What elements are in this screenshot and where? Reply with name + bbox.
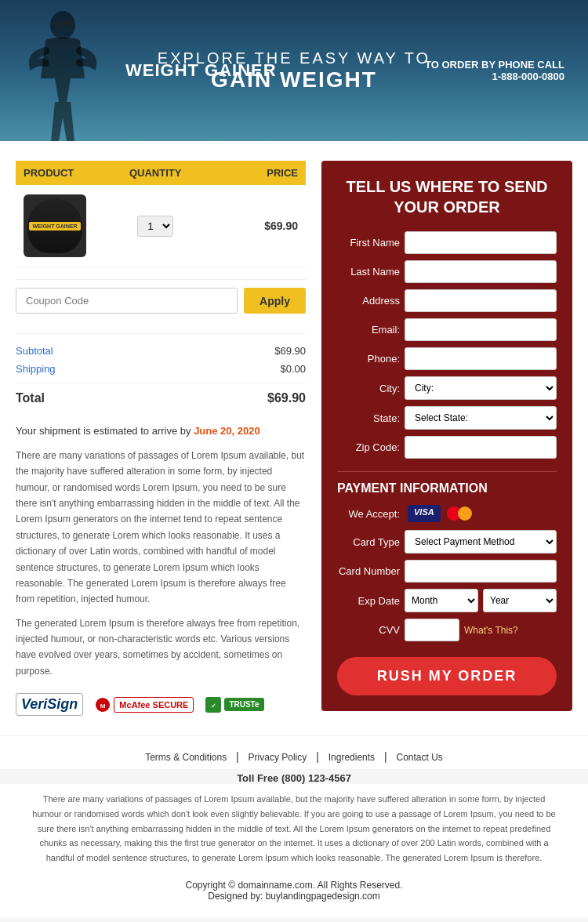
cvv-group: CVV What's This? (337, 619, 557, 641)
state-select[interactable]: Select State: (405, 406, 557, 430)
total-value: $69.90 (267, 391, 306, 405)
first-name-label: First Name (337, 237, 400, 249)
card-type-select[interactable]: Select Payment Method Visa MasterCard (405, 530, 557, 554)
address-input[interactable] (405, 289, 557, 312)
total-label: Total (16, 391, 45, 405)
card-type-label: Card Type (337, 536, 400, 548)
footer-terms[interactable]: Terms & Conditions (145, 752, 227, 763)
email-label: Email: (337, 324, 400, 336)
mcafee-badge: M McAfee SECURE (95, 697, 194, 713)
phone-group: Phone: (337, 347, 557, 370)
svg-point-0 (50, 11, 75, 39)
zip-group: Zip Code: (337, 436, 557, 459)
footer-ingredients[interactable]: Ingredients (328, 752, 375, 763)
mastercard-icon (445, 505, 474, 522)
price-cell: $69.90 (216, 185, 306, 267)
order-table: PRODUCT QUANTITY PRICE Weight Gainer (16, 161, 306, 267)
card-number-group: Card Number (337, 560, 557, 583)
body-text-1: There are many variations of passages of… (16, 448, 306, 608)
two-col-layout: PRODUCT QUANTITY PRICE Weight Gainer (16, 161, 572, 716)
total-row: Total $69.90 (16, 383, 306, 409)
shipping-label: Shipping (16, 363, 56, 375)
form-heading: TELL US WHERE TO SEND YOUR ORDER (337, 176, 557, 217)
toll-number: (800) 123-4567 (281, 772, 351, 784)
whats-this-link[interactable]: What's This? (464, 625, 518, 636)
cvv-input[interactable] (405, 619, 459, 641)
email-input[interactable] (405, 318, 557, 341)
state-group: State: Select State: (337, 406, 557, 430)
cvv-label: CVV (337, 624, 400, 636)
subtotal-value: $69.90 (274, 345, 306, 357)
mcafee-icon: M (95, 697, 111, 713)
footer-body: There are many variations of passages of… (0, 784, 588, 873)
order-form: TELL US WHERE TO SEND YOUR ORDER First N… (321, 161, 572, 711)
accept-row: We Accept: VISA (337, 505, 557, 522)
product-label: Weight Gainer (29, 222, 80, 230)
payment-section: PAYMENT INFORMATION We Accept: VISA Card… (337, 471, 557, 695)
rush-order-button[interactable]: RUSH MY ORDER (337, 657, 557, 695)
verisign-label: VeriSign (16, 693, 83, 716)
state-label: State: (337, 412, 400, 424)
last-name-group: Last Name (337, 260, 557, 283)
apply-button[interactable]: Apply (244, 288, 306, 314)
svg-text:✓: ✓ (211, 702, 216, 710)
shipping-row: Shipping $0.00 (16, 360, 306, 378)
shipment-info: Your shipment is estimated to arrive by … (16, 423, 306, 440)
card-type-group: Card Type Select Payment Method Visa Mas… (337, 530, 557, 554)
verisign-badge: VeriSign (16, 693, 83, 716)
designed-by: Designed by: buylandingpagedesign.com (16, 891, 572, 902)
main-content: PRODUCT QUANTITY PRICE Weight Gainer (0, 141, 588, 735)
address-label: Address (337, 295, 400, 307)
card-number-input[interactable] (405, 560, 557, 583)
exp-date-group: Exp Date Month 01020304 05060708 0910111… (337, 589, 557, 612)
first-name-input[interactable] (405, 231, 557, 254)
footer-contact[interactable]: Contact Us (397, 752, 443, 763)
zip-input[interactable] (405, 436, 557, 459)
accept-label: We Accept: (337, 508, 400, 520)
phone-input[interactable] (405, 347, 557, 370)
mcafee-label: McAfee SECURE (114, 697, 194, 713)
phone-label: Phone: (337, 353, 400, 365)
hero-figure (16, 8, 110, 141)
quantity-select[interactable]: 1 2 3 (137, 216, 173, 237)
exp-date-label: Exp Date (337, 595, 400, 607)
phone-number: 1-888-000-0800 (492, 71, 564, 82)
subtotal-row: Subtotal $69.90 (16, 342, 306, 360)
exp-selects: Month 01020304 05060708 09101112 Year 20… (405, 589, 557, 612)
hero-line2: GAIN WEIGHT (158, 67, 430, 93)
hero-text: EXPLORE THE EASY WAY TO GAIN WEIGHT (158, 49, 430, 93)
month-select[interactable]: Month 01020304 05060708 09101112 (405, 589, 478, 612)
subtotal-label: Subtotal (16, 345, 53, 357)
svg-text:M: M (100, 702, 106, 710)
left-column: PRODUCT QUANTITY PRICE Weight Gainer (16, 161, 306, 716)
city-select[interactable]: City: (405, 376, 557, 400)
copyright-text: Copyright © domainname.com. All Rights R… (16, 880, 572, 891)
truste-badge: ✓ TRUSTe (205, 697, 263, 713)
city-label: City: (337, 383, 400, 394)
header-phone: TO ORDER BY PHONE CALL 1-888-000-0800 (425, 59, 564, 82)
hero-line1: EXPLORE THE EASY WAY TO (158, 49, 430, 67)
col-product: PRODUCT (16, 161, 94, 185)
toll-label: Toll Free (237, 772, 278, 784)
last-name-input[interactable] (405, 260, 557, 283)
coupon-input[interactable] (16, 288, 238, 314)
visa-icon: VISA (408, 505, 441, 522)
email-group: Email: (337, 318, 557, 341)
trust-badges: VeriSign M McAfee SECURE ✓ TRUSTe (16, 693, 306, 716)
year-select[interactable]: Year 2024202520262027 (483, 589, 557, 612)
footer-toll: Toll Free (800) 123-4567 (0, 772, 588, 784)
quantity-cell: 1 2 3 (94, 185, 216, 267)
last-name-label: Last Name (337, 266, 400, 278)
footer-links: Terms & Conditions | Privacy Policy | In… (0, 735, 588, 769)
product-row: Weight Gainer 1 2 3 $69.90 (16, 185, 306, 267)
totals-section: Subtotal $69.90 Shipping $0.00 Total $69… (16, 333, 306, 409)
first-name-group: First Name (337, 231, 557, 254)
truste-label: TRUSTe (224, 698, 263, 711)
svg-rect-2 (64, 21, 70, 25)
footer-privacy[interactable]: Privacy Policy (249, 752, 307, 763)
card-icons: VISA (408, 505, 474, 522)
header: WEIGHT GAINER EXPLORE THE EASY WAY TO GA… (0, 0, 588, 141)
address-group: Address (337, 289, 557, 312)
shipping-value: $0.00 (280, 363, 306, 375)
product-image: Weight Gainer (24, 194, 86, 257)
